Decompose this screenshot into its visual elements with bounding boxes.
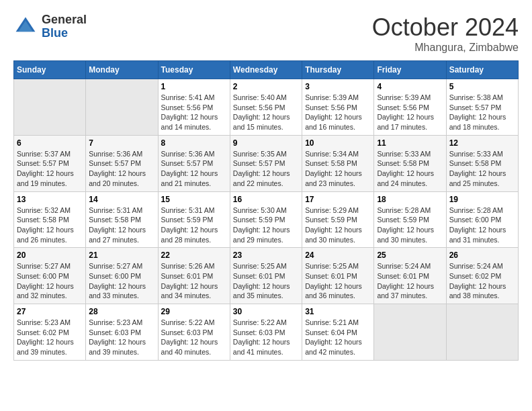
calendar-cell: 10 Sunrise: 5:34 AMSunset: 5:58 PMDaylig… xyxy=(302,135,374,191)
day-info: Sunrise: 5:24 AMSunset: 6:01 PMDaylight:… xyxy=(377,261,443,301)
calendar-cell: 7 Sunrise: 5:36 AMSunset: 5:57 PMDayligh… xyxy=(86,135,158,191)
weekday-header: Thursday xyxy=(302,61,374,79)
calendar-cell: 12 Sunrise: 5:33 AMSunset: 5:58 PMDaylig… xyxy=(446,135,518,191)
calendar-week-row: 13 Sunrise: 5:32 AMSunset: 5:58 PMDaylig… xyxy=(14,191,519,248)
day-number: 26 xyxy=(449,250,515,260)
calendar-cell: 28 Sunrise: 5:23 AMSunset: 6:03 PMDaylig… xyxy=(86,304,158,361)
calendar-cell xyxy=(446,304,518,361)
day-number: 30 xyxy=(233,307,299,316)
calendar-title: October 2024 xyxy=(372,13,519,42)
day-number: 15 xyxy=(161,195,227,204)
day-info: Sunrise: 5:33 AMSunset: 5:58 PMDaylight:… xyxy=(377,149,443,189)
day-number: 11 xyxy=(377,138,443,148)
title-block: October 2024 Mhangura, Zimbabwe xyxy=(372,13,519,54)
day-info: Sunrise: 5:25 AMSunset: 6:01 PMDaylight:… xyxy=(233,261,299,301)
day-number: 28 xyxy=(89,307,154,316)
day-number: 31 xyxy=(305,307,371,316)
calendar-cell: 13 Sunrise: 5:32 AMSunset: 5:58 PMDaylig… xyxy=(14,191,86,248)
day-info: Sunrise: 5:41 AMSunset: 5:56 PMDaylight:… xyxy=(161,93,227,132)
day-number: 3 xyxy=(305,82,371,91)
day-number: 20 xyxy=(17,250,83,260)
day-number: 10 xyxy=(305,138,371,148)
day-number: 7 xyxy=(89,138,154,148)
day-number: 6 xyxy=(17,138,83,148)
calendar-cell: 1 Sunrise: 5:41 AMSunset: 5:56 PMDayligh… xyxy=(158,79,230,136)
day-info: Sunrise: 5:38 AMSunset: 5:57 PMDaylight:… xyxy=(449,93,515,132)
day-number: 24 xyxy=(305,250,371,260)
calendar-cell: 26 Sunrise: 5:24 AMSunset: 6:02 PMDaylig… xyxy=(446,248,518,304)
day-number: 21 xyxy=(89,250,154,260)
day-number: 29 xyxy=(161,307,227,316)
calendar-week-row: 27 Sunrise: 5:23 AMSunset: 6:02 PMDaylig… xyxy=(14,304,519,361)
calendar-week-row: 20 Sunrise: 5:27 AMSunset: 6:00 PMDaylig… xyxy=(14,248,519,304)
calendar-cell: 21 Sunrise: 5:27 AMSunset: 6:00 PMDaylig… xyxy=(86,248,158,304)
calendar-cell: 24 Sunrise: 5:25 AMSunset: 6:01 PMDaylig… xyxy=(302,248,374,304)
weekday-header-row: SundayMondayTuesdayWednesdayThursdayFrid… xyxy=(14,61,519,79)
weekday-header: Sunday xyxy=(14,61,86,79)
day-number: 17 xyxy=(305,195,371,204)
day-info: Sunrise: 5:27 AMSunset: 6:00 PMDaylight:… xyxy=(17,261,83,301)
day-info: Sunrise: 5:34 AMSunset: 5:58 PMDaylight:… xyxy=(305,149,371,189)
calendar-cell: 8 Sunrise: 5:36 AMSunset: 5:57 PMDayligh… xyxy=(158,135,230,191)
calendar-cell: 11 Sunrise: 5:33 AMSunset: 5:58 PMDaylig… xyxy=(374,135,446,191)
day-number: 9 xyxy=(233,138,299,148)
day-info: Sunrise: 5:22 AMSunset: 6:03 PMDaylight:… xyxy=(161,318,227,357)
day-number: 8 xyxy=(161,138,227,148)
logo-icon xyxy=(13,15,38,39)
calendar-cell: 19 Sunrise: 5:28 AMSunset: 6:00 PMDaylig… xyxy=(446,191,518,248)
calendar-cell xyxy=(14,79,86,136)
calendar-cell: 9 Sunrise: 5:35 AMSunset: 5:57 PMDayligh… xyxy=(230,135,302,191)
calendar-cell: 23 Sunrise: 5:25 AMSunset: 6:01 PMDaylig… xyxy=(230,248,302,304)
calendar-cell: 6 Sunrise: 5:37 AMSunset: 5:57 PMDayligh… xyxy=(14,135,86,191)
day-info: Sunrise: 5:33 AMSunset: 5:58 PMDaylight:… xyxy=(449,149,515,189)
calendar-cell: 27 Sunrise: 5:23 AMSunset: 6:02 PMDaylig… xyxy=(14,304,86,361)
day-info: Sunrise: 5:36 AMSunset: 5:57 PMDaylight:… xyxy=(89,149,154,189)
day-info: Sunrise: 5:27 AMSunset: 6:00 PMDaylight:… xyxy=(89,261,154,301)
day-info: Sunrise: 5:28 AMSunset: 5:59 PMDaylight:… xyxy=(377,205,443,245)
calendar-cell: 29 Sunrise: 5:22 AMSunset: 6:03 PMDaylig… xyxy=(158,304,230,361)
day-info: Sunrise: 5:36 AMSunset: 5:57 PMDaylight:… xyxy=(161,149,227,189)
day-number: 27 xyxy=(17,307,83,316)
calendar-cell: 25 Sunrise: 5:24 AMSunset: 6:01 PMDaylig… xyxy=(374,248,446,304)
day-number: 14 xyxy=(89,195,154,204)
day-number: 25 xyxy=(377,250,443,260)
calendar-cell: 2 Sunrise: 5:40 AMSunset: 5:56 PMDayligh… xyxy=(230,79,302,136)
calendar-cell: 5 Sunrise: 5:38 AMSunset: 5:57 PMDayligh… xyxy=(446,79,518,136)
day-number: 2 xyxy=(233,82,299,91)
calendar-cell: 20 Sunrise: 5:27 AMSunset: 6:00 PMDaylig… xyxy=(14,248,86,304)
day-number: 1 xyxy=(161,82,227,91)
day-info: Sunrise: 5:24 AMSunset: 6:02 PMDaylight:… xyxy=(449,261,515,301)
day-number: 22 xyxy=(161,250,227,260)
calendar-cell: 15 Sunrise: 5:31 AMSunset: 5:59 PMDaylig… xyxy=(158,191,230,248)
day-info: Sunrise: 5:25 AMSunset: 6:01 PMDaylight:… xyxy=(305,261,371,301)
calendar-week-row: 1 Sunrise: 5:41 AMSunset: 5:56 PMDayligh… xyxy=(14,79,519,136)
day-info: Sunrise: 5:35 AMSunset: 5:57 PMDaylight:… xyxy=(233,149,299,189)
weekday-header: Tuesday xyxy=(158,61,230,79)
calendar-cell: 14 Sunrise: 5:31 AMSunset: 5:58 PMDaylig… xyxy=(86,191,158,248)
calendar-cell: 17 Sunrise: 5:29 AMSunset: 5:59 PMDaylig… xyxy=(302,191,374,248)
day-info: Sunrise: 5:37 AMSunset: 5:57 PMDaylight:… xyxy=(17,149,83,189)
day-info: Sunrise: 5:40 AMSunset: 5:56 PMDaylight:… xyxy=(233,93,299,132)
calendar-cell: 16 Sunrise: 5:30 AMSunset: 5:59 PMDaylig… xyxy=(230,191,302,248)
calendar-cell: 31 Sunrise: 5:21 AMSunset: 6:04 PMDaylig… xyxy=(302,304,374,361)
calendar-cell xyxy=(86,79,158,136)
day-number: 19 xyxy=(449,195,515,204)
day-number: 18 xyxy=(377,195,443,204)
calendar-table: SundayMondayTuesdayWednesdayThursdayFrid… xyxy=(13,60,519,361)
day-number: 5 xyxy=(449,82,515,91)
weekday-header: Monday xyxy=(86,61,158,79)
day-info: Sunrise: 5:22 AMSunset: 6:03 PMDaylight:… xyxy=(233,318,299,357)
logo-text: General Blue xyxy=(42,13,87,40)
day-number: 23 xyxy=(233,250,299,260)
day-info: Sunrise: 5:39 AMSunset: 5:56 PMDaylight:… xyxy=(305,93,371,132)
calendar-cell: 30 Sunrise: 5:22 AMSunset: 6:03 PMDaylig… xyxy=(230,304,302,361)
day-info: Sunrise: 5:28 AMSunset: 6:00 PMDaylight:… xyxy=(449,205,515,245)
logo: General Blue xyxy=(13,13,87,40)
calendar-cell: 22 Sunrise: 5:26 AMSunset: 6:01 PMDaylig… xyxy=(158,248,230,304)
calendar-cell: 4 Sunrise: 5:39 AMSunset: 5:56 PMDayligh… xyxy=(374,79,446,136)
page-header: General Blue October 2024 Mhangura, Zimb… xyxy=(13,13,519,54)
weekday-header: Saturday xyxy=(446,61,518,79)
day-info: Sunrise: 5:26 AMSunset: 6:01 PMDaylight:… xyxy=(161,261,227,301)
day-info: Sunrise: 5:30 AMSunset: 5:59 PMDaylight:… xyxy=(233,205,299,245)
day-number: 13 xyxy=(17,195,83,204)
